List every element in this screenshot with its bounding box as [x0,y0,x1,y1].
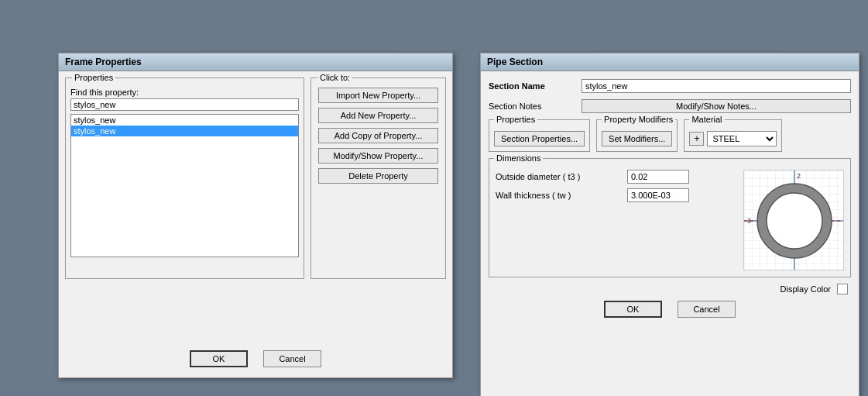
properties-group-title: Properties [72,73,115,82]
add-copy-property-button[interactable]: Add Copy of Property... [318,128,438,143]
svg-text:3: 3 [747,217,751,225]
dimensions-group: Dimensions Outside diameter ( t3 ) Wall … [489,158,851,277]
pipe-section-titlebar: Pipe Section [481,53,859,71]
list-item-selected[interactable]: stylos_new [71,126,298,136]
svg-text:2: 2 [797,172,801,180]
frame-properties-window: Frame Properties Properties Find this pr… [58,53,453,378]
set-modifiers-button[interactable]: Set Modifiers... [602,131,672,146]
svg-point-5 [767,193,822,249]
property-modifiers-group: Property Modifiers Set Modifiers... [596,119,678,152]
material-group-title: Material [689,115,724,124]
delete-property-button[interactable]: Delete Property [318,168,438,184]
properties-group-title: Properties [494,115,537,124]
pipe-diagram: 2 3 [743,170,844,270]
click-to-panel: Click to: Import New Property... Add New… [310,77,446,341]
frame-ok-button[interactable]: OK [190,350,248,367]
dimensions-inputs: Outside diameter ( t3 ) Wall thickness (… [496,170,737,270]
groups-row: Properties Section Properties... Propert… [489,119,851,152]
section-name-label: Section Name [489,81,582,91]
wall-thickness-row: Wall thickness ( tw ) [496,188,737,202]
section-properties-button[interactable]: Section Properties... [494,131,585,146]
click-to-group: Click to: Import New Property... Add New… [310,77,446,279]
list-item[interactable]: stylos_new [71,115,298,126]
wall-thickness-input[interactable] [627,188,689,202]
display-color-checkbox[interactable] [837,284,848,294]
outside-diameter-label: Outside diameter ( t3 ) [496,172,627,181]
properties-group: Properties Find this property: stylos_ne… [65,77,304,279]
frame-cancel-button[interactable]: Cancel [263,350,321,367]
properties-panel: Properties Find this property: stylos_ne… [65,77,304,341]
frame-properties-titlebar: Frame Properties [59,53,452,71]
pipe-section-title: Pipe Section [487,57,543,67]
modify-show-property-button[interactable]: Modify/Show Property... [318,148,438,164]
property-list[interactable]: stylos_new stylos_new [70,114,299,257]
pipe-footer: OK Cancel [489,301,851,318]
find-input[interactable] [70,98,299,111]
display-color-row: Display Color [489,284,851,294]
material-select[interactable]: STEEL [707,131,777,146]
import-new-property-button[interactable]: Import New Property... [318,88,438,103]
section-notes-label: Section Notes [489,102,582,111]
material-add-button[interactable]: + [689,132,704,146]
section-notes-button[interactable]: Modify/Show Notes... [582,99,851,113]
frame-footer: OK Cancel [65,350,446,367]
outside-diameter-row: Outside diameter ( t3 ) [496,170,737,184]
click-to-group-title: Click to: [317,73,352,82]
outside-diameter-input[interactable] [627,170,689,184]
properties-group: Properties Section Properties... [489,119,590,152]
display-color-label: Display Color [781,284,831,294]
add-new-property-button[interactable]: Add New Property... [318,108,438,123]
material-group: Material + STEEL [684,119,782,152]
pipe-diagram-svg: 2 3 [744,170,844,270]
pipe-section-window: Pipe Section Section Name Section Notes … [480,53,859,396]
section-name-input[interactable] [582,79,851,93]
section-notes-row: Section Notes Modify/Show Notes... [489,99,851,113]
wall-thickness-label: Wall thickness ( tw ) [496,191,627,200]
find-label: Find this property: [70,88,299,97]
property-modifiers-group-title: Property Modifiers [602,115,675,124]
pipe-cancel-button[interactable]: Cancel [678,301,736,318]
pipe-ok-button[interactable]: OK [604,301,662,318]
dimensions-group-title: Dimensions [494,153,543,163]
section-name-row: Section Name [489,79,851,93]
frame-properties-title: Frame Properties [65,57,142,67]
